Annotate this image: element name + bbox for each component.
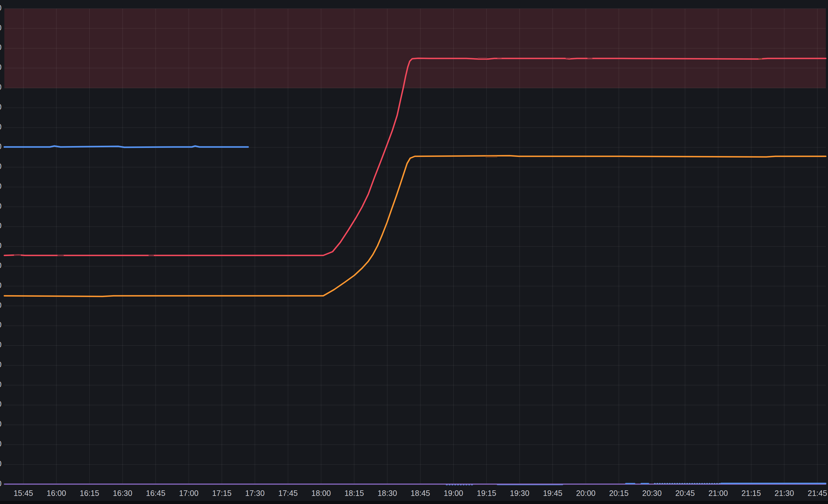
x-tick-label: 19:45 xyxy=(543,489,563,498)
y-tick-label-clipped: 0 xyxy=(0,439,2,448)
y-tick-label-clipped: 0 xyxy=(0,162,2,171)
x-tick-label: 20:30 xyxy=(642,489,662,498)
y-tick-label-clipped: 0 xyxy=(0,261,2,270)
x-tick-label: 18:30 xyxy=(378,489,397,498)
y-tick-label-clipped: 0 xyxy=(0,202,2,210)
x-tick-label: 19:00 xyxy=(444,489,463,498)
x-tick-label: 17:15 xyxy=(212,489,232,498)
y-tick-label-clipped: 0 xyxy=(0,221,2,230)
x-tick-label: 21:45 xyxy=(808,489,827,498)
x-tick-label: 21:00 xyxy=(708,489,728,498)
y-tick-label-clipped: 0 xyxy=(0,320,2,329)
y-tick-label-clipped: 0 xyxy=(0,340,2,349)
y-tick-label-clipped: 0 xyxy=(0,102,2,111)
y-tick-label-clipped: 0 xyxy=(0,3,2,12)
y-tick-label-clipped: 0 xyxy=(0,459,2,468)
y-tick-label-clipped: 0 xyxy=(0,301,2,309)
x-tick-label: 16:30 xyxy=(113,489,132,498)
bottom-edge-strip xyxy=(0,501,828,504)
x-tick-label: 20:15 xyxy=(609,489,629,498)
x-tick-label: 17:30 xyxy=(245,489,265,498)
x-tick-label: 18:15 xyxy=(344,489,364,498)
y-tick-label-clipped: 0 xyxy=(0,400,2,408)
y-tick-label-clipped: 0 xyxy=(0,182,2,191)
x-tick-label: 21:30 xyxy=(775,489,794,498)
y-tick-label-clipped: 0 xyxy=(0,419,2,428)
x-tick-label: 20:45 xyxy=(675,489,695,498)
x-tick-label: 17:00 xyxy=(179,489,199,498)
y-tick-label-clipped: 0 xyxy=(0,83,2,91)
y-tick-label-clipped: 0 xyxy=(0,63,2,72)
y-tick-label-clipped: 0 xyxy=(0,43,2,52)
y-tick-label-clipped: 0 xyxy=(0,241,2,250)
x-tick-label: 16:00 xyxy=(47,489,66,498)
x-tick-label: 16:15 xyxy=(80,489,99,498)
x-tick-label: 18:45 xyxy=(411,489,430,498)
x-tick-label: 19:30 xyxy=(510,489,530,498)
y-tick-label-clipped: 0 xyxy=(0,122,2,131)
timeseries-panel[interactable]: 15:4516:0016:1516:3016:4517:0017:1517:30… xyxy=(0,0,828,504)
x-tick-label: 19:15 xyxy=(477,489,496,498)
y-tick-label-clipped: 0 xyxy=(0,142,2,151)
chart-canvas[interactable]: 15:4516:0016:1516:3016:4517:0017:1517:30… xyxy=(0,0,828,504)
x-tick-label: 16:45 xyxy=(146,489,166,498)
x-tick-label: 18:00 xyxy=(312,489,331,498)
y-tick-label-clipped: 0 xyxy=(0,23,2,32)
x-tick-label: 20:00 xyxy=(576,489,595,498)
y-tick-label-clipped: 0 xyxy=(0,479,2,488)
x-tick-label: 17:45 xyxy=(278,489,298,498)
y-tick-label-clipped: 0 xyxy=(0,380,2,389)
y-tick-label-clipped: 0 xyxy=(0,360,2,369)
timeseries-chart[interactable]: 15:4516:0016:1516:3016:4517:0017:1517:30… xyxy=(0,0,828,504)
y-tick-label-clipped: 0 xyxy=(0,281,2,290)
x-tick-label: 21:15 xyxy=(742,489,761,498)
x-tick-label: 15:45 xyxy=(14,489,33,498)
